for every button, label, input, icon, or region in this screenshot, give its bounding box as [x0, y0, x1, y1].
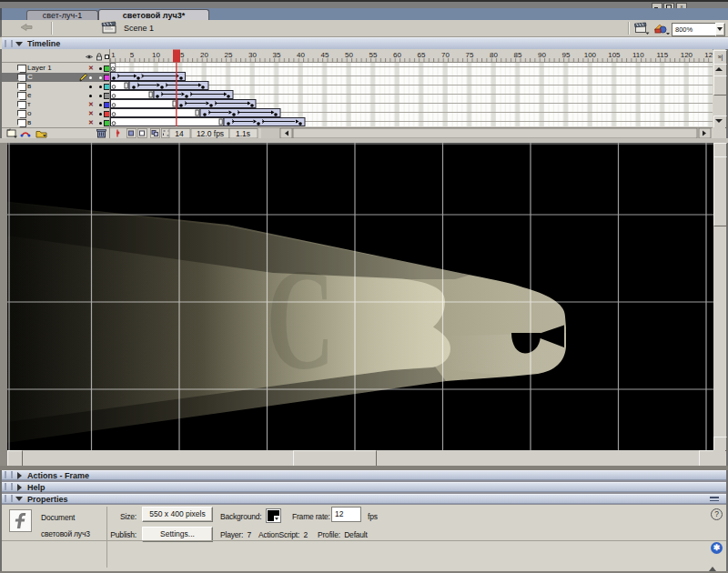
- svg-text:10: 10: [152, 51, 160, 59]
- svg-text:12.0 fps: 12.0 fps: [197, 129, 224, 138]
- svg-text:5: 5: [130, 51, 135, 59]
- svg-text:65: 65: [417, 51, 425, 59]
- svg-text:55: 55: [369, 51, 377, 59]
- svg-text:115: 115: [657, 51, 669, 59]
- svg-text:110: 110: [632, 51, 644, 59]
- svg-text:35: 35: [272, 51, 280, 59]
- svg-text:80: 80: [490, 51, 498, 59]
- svg-text:105: 105: [608, 51, 621, 59]
- svg-text:1: 1: [111, 51, 116, 59]
- svg-text:90: 90: [538, 51, 546, 59]
- svg-text:125: 125: [704, 51, 713, 59]
- svg-text:50: 50: [345, 51, 353, 59]
- svg-text:1.1s: 1.1s: [236, 129, 250, 138]
- svg-text:20: 20: [200, 51, 208, 59]
- svg-text:С: С: [266, 240, 334, 399]
- svg-text:75: 75: [465, 51, 473, 59]
- svg-text:14: 14: [175, 129, 184, 138]
- svg-text:70: 70: [441, 51, 450, 59]
- svg-text:120: 120: [681, 51, 693, 59]
- svg-text:85: 85: [513, 51, 521, 59]
- svg-text:30: 30: [248, 51, 257, 59]
- svg-text:100: 100: [584, 51, 597, 59]
- svg-text:60: 60: [393, 51, 401, 59]
- svg-text:40: 40: [297, 51, 305, 59]
- svg-text:25: 25: [224, 51, 232, 59]
- svg-text:95: 95: [561, 51, 570, 59]
- svg-text:45: 45: [320, 51, 329, 59]
